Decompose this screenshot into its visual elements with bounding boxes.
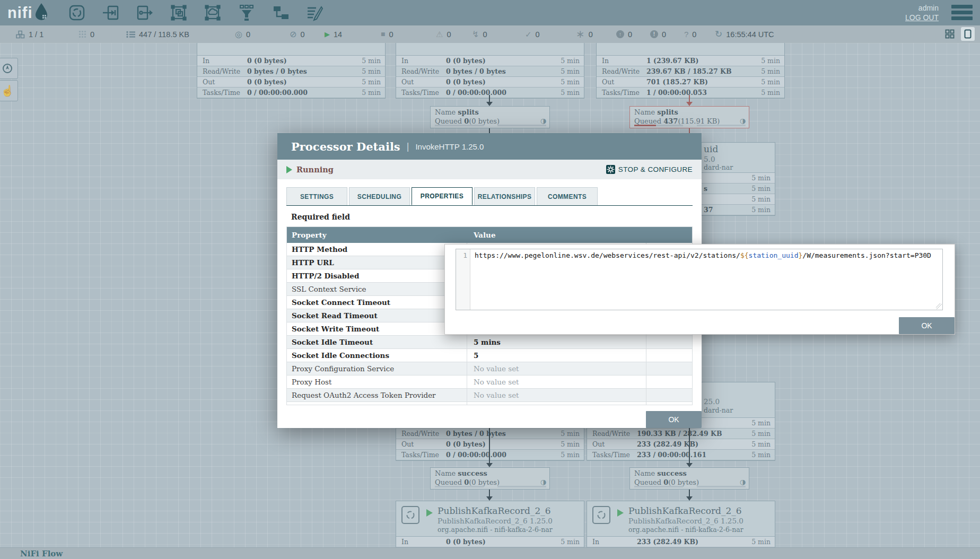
disabled-count: 0	[483, 30, 487, 39]
invalid-count: 0	[447, 30, 451, 39]
dialog-ok-button[interactable]: OK	[646, 411, 702, 428]
stale-icon: ↑	[616, 30, 624, 38]
not-transmitting-icon: ⊘	[290, 30, 296, 38]
property-row-extra-cell	[646, 349, 692, 362]
stopped-count: 0	[389, 30, 393, 39]
dialog-header: Processor Details | InvokeHTTP 1.25.0	[277, 133, 702, 160]
output-port-icon[interactable]	[136, 4, 154, 22]
disabled-icon: ↯	[472, 30, 479, 38]
global-menu-icon[interactable]	[951, 5, 973, 22]
property-row[interactable]: Request UsernameNo value set	[287, 402, 692, 405]
property-row-extra-cell	[646, 402, 692, 405]
funnel-icon[interactable]	[238, 4, 256, 22]
url-text: https://www.pegelonline.wsv.de/webservic…	[475, 251, 740, 259]
property-name: Proxy Configuration Service	[287, 362, 467, 375]
required-field-note: Required field	[291, 213, 350, 221]
property-value[interactable]: 5	[467, 349, 646, 362]
logout-link[interactable]: LOG OUT	[905, 13, 939, 22]
locally-modified-count: 0	[589, 30, 593, 39]
flow-status-bar: 1 / 10447 / 118.5 KB◎0⊘0▶14■0⚠0↯0✓0∗0↑0!…	[0, 25, 980, 43]
stale-count: 0	[628, 30, 632, 39]
url-text-tail: /W/measurements.json?start=P30D	[802, 251, 931, 259]
process-group-icon[interactable]	[170, 4, 188, 22]
tab-scheduling[interactable]: SCHEDULING	[349, 187, 410, 205]
property-value[interactable]: No value set	[467, 362, 646, 375]
property-name: Socket Idle Timeout	[287, 336, 467, 348]
component-toolbar	[68, 4, 323, 22]
locally-modified-stale-icon: !	[650, 30, 658, 38]
nifi-droplet-icon	[35, 3, 48, 22]
nifi-logo: nifi	[7, 3, 48, 22]
running-count: 14	[334, 30, 342, 39]
page-view-icon[interactable]	[961, 27, 975, 41]
property-row-extra-cell	[646, 389, 692, 401]
cluster-cubes-count: 1 / 1	[29, 30, 43, 39]
stop-and-configure-label: STOP & CONFIGURE	[618, 165, 693, 173]
property-name: HTTP Method	[287, 243, 467, 256]
property-row-extra-cell	[646, 362, 692, 375]
remote-process-group-icon[interactable]	[204, 4, 222, 22]
invalid-status: ⚠0	[436, 25, 451, 43]
property-name: Proxy Host	[287, 375, 467, 388]
property-row[interactable]: Request OAuth2 Access Token ProviderNo v…	[287, 389, 692, 402]
invalid-icon: ⚠	[436, 30, 443, 38]
template-icon[interactable]	[272, 4, 290, 22]
nifi-logo-text: nifi	[7, 3, 33, 22]
property-row[interactable]: Socket Idle Timeout5 mins	[287, 336, 692, 349]
stop-and-configure-button[interactable]: STOP & CONFIGURE	[606, 165, 693, 174]
user-area: admin LOG OUT	[905, 3, 939, 22]
editor-gutter: 1	[456, 249, 470, 310]
editor-code-line[interactable]: https://www.pegelonline.wsv.de/webservic…	[470, 249, 942, 310]
el-variable: station_uuid	[749, 251, 799, 259]
refresh-icon[interactable]: ↻	[715, 30, 722, 38]
locally-modified-status: ∗0	[576, 25, 593, 43]
locally-modified-icon: ∗	[576, 30, 585, 38]
not-transmitting-status: ⊘0	[290, 25, 304, 43]
value-column-header: Value	[467, 231, 646, 239]
expression-editor[interactable]: 1 https://www.pegelonline.wsv.de/webserv…	[456, 249, 943, 310]
input-port-icon[interactable]	[102, 4, 120, 22]
editor-ok-button[interactable]: OK	[899, 317, 955, 334]
dialog-tabs: SETTINGSSCHEDULINGPROPERTIESRELATIONSHIP…	[286, 187, 693, 206]
processor-icon[interactable]	[68, 4, 86, 22]
tab-settings[interactable]: SETTINGS	[286, 187, 347, 205]
gear-icon	[606, 165, 615, 174]
stopped-icon: ■	[381, 30, 385, 38]
property-name: Request OAuth2 Access Token Provider	[287, 389, 467, 401]
up-to-date-status: ✓0	[525, 25, 540, 43]
property-name: SSL Context Service	[287, 283, 467, 295]
grid-view-icon[interactable]	[943, 27, 957, 41]
property-name: Socket Connect Timeout	[287, 296, 467, 309]
property-row-extra-cell	[646, 336, 692, 348]
running-status: ▶14	[325, 25, 342, 43]
grid-dots-status: 0	[78, 25, 94, 43]
transmitting-status: ◎0	[235, 25, 250, 43]
tab-relationships[interactable]: RELATIONSHIPS	[474, 187, 535, 205]
el-open-brace: ${	[740, 251, 749, 259]
nifi-app: nifi admin LOG OUT 1 / 10447 / 118.5 KB◎…	[0, 0, 980, 559]
value-editor-popup: 1 https://www.pegelonline.wsv.de/webserv…	[444, 244, 955, 335]
property-value[interactable]: 5 mins	[467, 336, 646, 348]
properties-table-header: Property Value	[287, 227, 692, 243]
property-row[interactable]: Proxy HostNo value set	[287, 375, 692, 389]
sync-failure-status: ?0	[684, 25, 696, 43]
property-value[interactable]: No value set	[467, 389, 646, 401]
cluster-cubes-status: 1 / 1	[16, 25, 43, 43]
tab-properties[interactable]: PROPERTIES	[412, 187, 472, 205]
label-icon[interactable]	[305, 4, 323, 22]
property-row[interactable]: Socket Idle Connections5	[287, 349, 692, 362]
locally-modified-stale-count: 0	[662, 30, 666, 39]
resize-grip[interactable]	[936, 303, 942, 309]
property-value[interactable]: No value set	[467, 402, 646, 405]
running-status-icon	[286, 166, 292, 173]
property-value[interactable]: No value set	[467, 375, 646, 388]
cluster-cubes-icon	[16, 30, 25, 39]
tab-comments[interactable]: COMMENTS	[537, 187, 598, 205]
sync-failure-count: 0	[692, 30, 696, 39]
line-number: 1	[463, 251, 467, 259]
queued-list-status: 447 / 118.5 KB	[126, 25, 189, 43]
dialog-subtitle: InvokeHTTP 1.25.0	[415, 142, 484, 151]
property-row-extra-cell	[646, 375, 692, 388]
property-row[interactable]: Proxy Configuration ServiceNo value set	[287, 362, 692, 375]
up-to-date-count: 0	[536, 30, 540, 39]
